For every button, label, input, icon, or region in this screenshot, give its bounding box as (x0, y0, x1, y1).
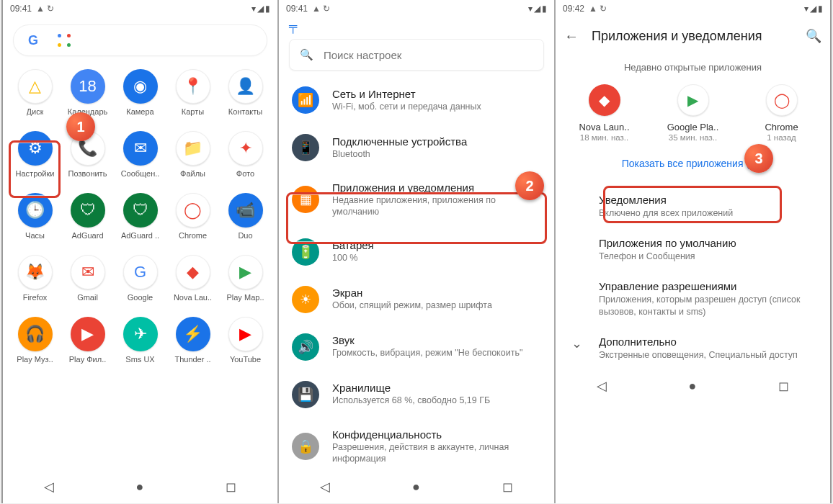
back-arrow-icon[interactable]: ← (564, 28, 579, 45)
setting-title: Хранилище (332, 382, 490, 394)
app-icon: ▶ (228, 317, 263, 351)
app-google[interactable]: G Google (114, 252, 166, 314)
wifi-icon: ▾ (528, 4, 533, 14)
setting-title: Приложения и уведомления (332, 181, 541, 194)
app-label: Sms UX (125, 355, 154, 364)
setting-subtitle: Bluetooth (332, 148, 467, 160)
app-icon: 🛡 (71, 193, 105, 228)
app-sms-ux[interactable]: ✈ Sms UX (114, 314, 166, 376)
app-gmail[interactable]: ✉ Gmail (61, 252, 114, 314)
pref-item-0[interactable]: Уведомления Включено для всех приложений (556, 185, 830, 228)
screen-2-settings: 09:41 ▲ ↻ ▾ ◢ ▮ ╤ 🔍 Поиск настроек 📶 Сет… (278, 0, 555, 503)
app-play-муз-[interactable]: 🎧 Play Муз.. (9, 314, 61, 376)
nav-recent-icon[interactable]: ◻ (778, 378, 789, 394)
app-сообщен-[interactable]: ✉ Сообщен.. (114, 128, 166, 190)
setting-item-3[interactable]: 🔋 Батарея 100 % (279, 228, 554, 276)
setting-icon: ☀ (292, 286, 319, 313)
page-title: Приложения и уведомления (592, 29, 793, 44)
app-chrome[interactable]: ◯ Chrome (166, 190, 219, 252)
wifi-icon: ▾ (804, 4, 808, 14)
app-label: Файлы (180, 169, 205, 178)
search-icon[interactable]: 🔍 (806, 28, 821, 44)
app-firefox[interactable]: 🦊 Firefox (9, 252, 61, 314)
setting-item-4[interactable]: ☀ Экран Обои, спящий режим, размер шрифт… (279, 276, 554, 323)
setting-icon: 🔊 (292, 333, 319, 361)
setting-icon: ▦ (292, 186, 319, 213)
signal-icon: ◢ (810, 4, 816, 14)
setting-item-6[interactable]: 💾 Хранилище Используется 68 %, свободно … (279, 371, 554, 418)
nav-back-icon[interactable]: ◁ (44, 479, 54, 495)
step-3-badge: 3 (744, 144, 773, 173)
app-thunder-[interactable]: ⚡ Thunder .. (166, 314, 219, 376)
setting-subtitle: Недавние приложения, приложения по умолч… (332, 194, 541, 218)
pref-item-2[interactable]: Управление разрешениями Приложения, кото… (556, 271, 830, 327)
app-фото[interactable]: ✦ Фото (219, 128, 272, 190)
three-screenshots: 09:41 ▲ ↻ ▾ ◢ ▮ G △ Диск18 Календарь◉ Ка… (1, 0, 832, 503)
settings-search-placeholder: Поиск настроек (324, 49, 401, 61)
setting-item-1[interactable]: 📱 Подключенные устройства Bluetooth (279, 124, 554, 171)
wifi-icon: ▾ (251, 4, 256, 14)
app-диск[interactable]: △ Диск (9, 66, 61, 128)
app-icon: 🦊 (18, 255, 53, 289)
setting-item-2[interactable]: ▦ Приложения и уведомления Недавние прил… (279, 171, 554, 228)
pref-item-1[interactable]: Приложения по умолчанию Телефон и Сообще… (556, 228, 830, 271)
app-play-фил-[interactable]: ▶ Play Фил.. (61, 314, 114, 376)
setting-item-5[interactable]: 🔊 Звук Громкость, вибрация, режим "Не бе… (279, 323, 554, 371)
refresh-icon: ↻ (47, 4, 54, 14)
show-all-apps-button[interactable]: Показать все приложения (37) (556, 142, 830, 185)
app-grid: △ Диск18 Календарь◉ Камера📍 Карты👤 Конта… (3, 63, 277, 470)
app-adguard-[interactable]: 🛡 AdGuard .. (114, 190, 166, 252)
nav-back-icon[interactable]: ◁ (320, 479, 330, 495)
recent-app-timestamp: 35 мин. наз.. (669, 133, 717, 142)
recent-app-0[interactable]: ◆ Nova Laun.. 18 мин. наз.. (565, 84, 644, 142)
app-карты[interactable]: 📍 Карты (166, 66, 219, 128)
status-time: 09:41 (10, 4, 32, 14)
signal-icon: ◢ (257, 4, 264, 14)
setting-subtitle: Обои, спящий режим, размер шрифта (332, 300, 492, 311)
screen-1-app-drawer: 09:41 ▲ ↻ ▾ ◢ ▮ G △ Диск18 Календарь◉ Ка… (1, 0, 278, 503)
app-label: AdGuard (71, 231, 103, 240)
app-youtube[interactable]: ▶ YouTube (219, 314, 272, 376)
app-icon: 📹 (228, 193, 263, 228)
nav-recent-icon[interactable]: ◻ (502, 479, 513, 495)
setting-title: Экран (332, 287, 492, 299)
nav-home-icon[interactable]: ● (689, 379, 697, 394)
setting-icon: 💾 (292, 381, 319, 408)
app-камера[interactable]: ◉ Камера (114, 66, 166, 128)
recent-app-2[interactable]: ◯ Chrome 1 назад (742, 84, 821, 142)
app-icon: ⚙ (18, 131, 53, 166)
step-2-badge: 2 (515, 171, 544, 200)
nav-recent-icon[interactable]: ◻ (226, 479, 236, 495)
setting-title: Батарея (332, 239, 374, 251)
pref-title: Уведомления (599, 194, 816, 206)
app-label: Фото (236, 169, 254, 178)
app-nova-lau-[interactable]: ◆ Nova Lau.. (166, 252, 219, 314)
app-контакты[interactable]: 👤 Контакты (219, 66, 272, 128)
app-play-мар-[interactable]: ▶ Play Мар.. (219, 252, 272, 314)
app-icon: ⚡ (176, 317, 210, 351)
app-icon: ▶ (228, 255, 263, 289)
recent-app-1[interactable]: ▶ Google Pla.. 35 мин. наз.. (654, 84, 733, 142)
pref-title: Дополнительно (599, 336, 816, 348)
nav-back-icon[interactable]: ◁ (597, 378, 607, 394)
app-icon: 🎧 (18, 317, 53, 351)
app-adguard[interactable]: 🛡 AdGuard (61, 190, 114, 252)
app-label: Позвонить (68, 169, 107, 178)
setting-item-7[interactable]: 🔒 Конфиденциальность Разрешения, действи… (279, 418, 554, 471)
settings-search-bar[interactable]: 🔍 Поиск настроек (289, 39, 544, 71)
setting-item-0[interactable]: 📶 Сеть и Интернет Wi-Fi, моб. сети и пер… (279, 76, 554, 124)
nav-home-icon[interactable]: ● (136, 480, 144, 495)
filter-icon[interactable]: ╤ (279, 17, 554, 33)
status-bar: 09:42 ▲ ↻ ▾ ◢ ▮ (556, 0, 830, 17)
status-left-icons: ▲ ↻ (589, 4, 607, 14)
app-настройки[interactable]: ⚙ Настройки (9, 128, 61, 190)
google-search-bar[interactable]: G (13, 24, 267, 56)
assistant-icon[interactable] (55, 32, 73, 49)
recent-apps-header: Недавно открытые приложения (556, 55, 830, 77)
app-icon: ▶ (71, 317, 105, 351)
pref-item-3[interactable]: Дополнительно Экстренные оповещения, Спе… (556, 327, 830, 370)
nav-home-icon[interactable]: ● (412, 480, 420, 495)
app-часы[interactable]: 🕒 Часы (9, 190, 61, 252)
app-файлы[interactable]: 📁 Файлы (166, 128, 219, 190)
app-duo[interactable]: 📹 Duo (219, 190, 272, 252)
